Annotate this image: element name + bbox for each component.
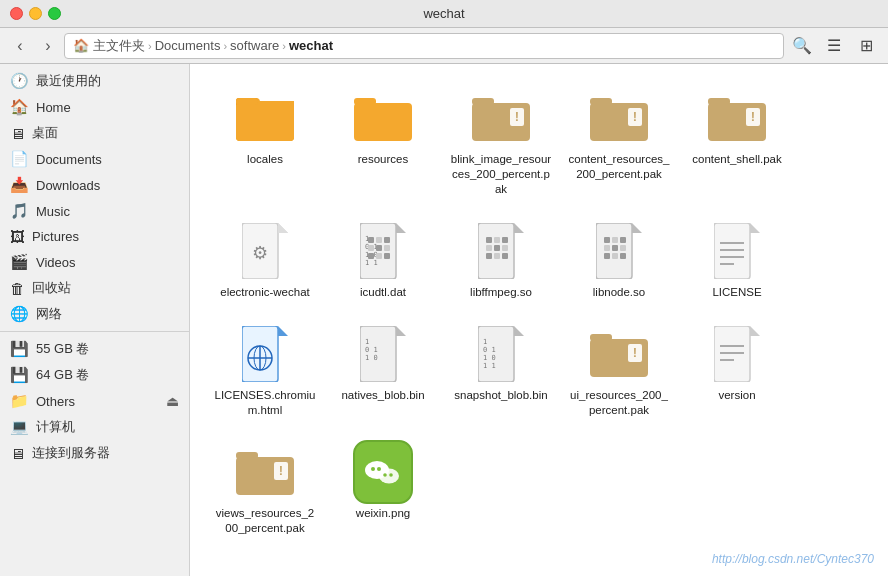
svg-rect-54: [612, 237, 618, 243]
sidebar-label-desktop: 桌面: [32, 124, 58, 142]
svg-rect-35: [376, 245, 382, 251]
breadcrumb-wechat[interactable]: wechat: [289, 38, 333, 53]
file-icon-icudtl: 1 0 1 1 0 1 1: [353, 221, 413, 281]
folder-icon-ui-resources: !: [589, 324, 649, 384]
svg-rect-50: [502, 253, 508, 259]
svg-text:!: !: [515, 109, 519, 124]
eject-button[interactable]: ⏏: [166, 393, 179, 409]
breadcrumb-software[interactable]: software: [230, 38, 279, 53]
file-item-content-resources[interactable]: ! content_resources_200_percent.pak: [564, 80, 674, 205]
file-item-snapshot-blob[interactable]: 1 0 1 1 0 1 1 snapshot_blob.bin: [446, 316, 556, 426]
sidebar-label-home: Home: [36, 100, 71, 115]
file-item-locales[interactable]: locales: [210, 80, 320, 205]
file-item-license[interactable]: LICENSE: [682, 213, 792, 308]
file-name-weixin: weixin.png: [356, 506, 410, 521]
toolbar: ‹ › 🏠 主文件夹 › Documents › software › wech…: [0, 28, 888, 64]
sidebar-item-others[interactable]: 📁 Others ⏏: [0, 388, 189, 414]
sidebar-item-videos[interactable]: 🎬 Videos: [0, 249, 189, 275]
svg-rect-55: [620, 237, 626, 243]
sidebar-label-computer: 计算机: [36, 418, 75, 436]
svg-rect-47: [502, 245, 508, 251]
maximize-button[interactable]: [48, 7, 61, 20]
sidebar-item-trash[interactable]: 🗑 回收站: [0, 275, 189, 301]
svg-rect-36: [384, 245, 390, 251]
sidebar-item-connect[interactable]: 🖥 连接到服务器: [0, 440, 189, 466]
others-icon: 📁: [10, 392, 29, 410]
search-button[interactable]: 🔍: [788, 32, 816, 60]
sidebar-item-network[interactable]: 🌐 网络: [0, 301, 189, 327]
file-item-libffmpeg[interactable]: libffmpeg.so: [446, 213, 556, 308]
sidebar-divider-1: [0, 331, 189, 332]
sidebar-label-vol55: 55 GB 卷: [36, 340, 89, 358]
file-item-ui-resources[interactable]: ! ui_resources_200_percent.pak: [564, 316, 674, 426]
svg-rect-39: [384, 253, 390, 259]
file-item-libnode[interactable]: libnode.so: [564, 213, 674, 308]
sidebar-label-trash: 回收站: [32, 279, 71, 297]
file-item-icudtl[interactable]: 1 0 1 1 0 1 1 icudt: [328, 213, 438, 308]
svg-rect-58: [620, 245, 626, 251]
svg-marker-69: [278, 326, 288, 336]
file-item-views-resources[interactable]: ! views_resources_200_percent.pak: [210, 434, 320, 544]
sidebar-item-home[interactable]: 🏠 Home: [0, 94, 189, 120]
sidebar-label-videos: Videos: [36, 255, 76, 270]
svg-point-100: [371, 467, 375, 471]
sidebar: 🕐 最近使用的 🏠 Home 🖥 桌面 📄 Documents 📥 Downlo…: [0, 64, 190, 576]
sidebar-label-others: Others: [36, 394, 75, 409]
list-view-button[interactable]: ☰: [820, 32, 848, 60]
svg-rect-31: [368, 237, 374, 243]
minimize-button[interactable]: [29, 7, 42, 20]
documents-icon: 📄: [10, 150, 29, 168]
sidebar-item-desktop[interactable]: 🖥 桌面: [0, 120, 189, 146]
sidebar-item-pictures[interactable]: 🖼 Pictures: [0, 224, 189, 249]
close-button[interactable]: [10, 7, 23, 20]
file-icon-licenses-chromium: [235, 324, 295, 384]
file-name-electronic-wechat: electronic-wechat: [220, 285, 309, 300]
svg-point-101: [377, 467, 381, 471]
network-icon: 🌐: [10, 305, 29, 323]
breadcrumb-home[interactable]: 主文件夹: [93, 37, 145, 55]
sidebar-item-documents[interactable]: 📄 Documents: [0, 146, 189, 172]
sidebar-item-computer[interactable]: 💻 计算机: [0, 414, 189, 440]
grid-view-button[interactable]: ⊞: [852, 32, 880, 60]
file-item-version[interactable]: version: [682, 316, 792, 426]
sidebar-item-vol55[interactable]: 💾 55 GB 卷: [0, 336, 189, 362]
svg-text:1: 1: [365, 338, 369, 346]
breadcrumb-documents[interactable]: Documents: [155, 38, 221, 53]
breadcrumb: 🏠 主文件夹 › Documents › software › wechat: [64, 33, 784, 59]
svg-rect-59: [604, 253, 610, 259]
file-item-electronic-wechat[interactable]: ⚙ electronic-wechat: [210, 213, 320, 308]
file-item-resources[interactable]: resources: [328, 80, 438, 205]
svg-text:0 1: 0 1: [365, 346, 378, 354]
file-name-content-resources: content_resources_200_percent.pak: [568, 152, 670, 182]
svg-rect-56: [604, 245, 610, 251]
svg-rect-45: [486, 245, 492, 251]
svg-text:0 1: 0 1: [483, 346, 496, 354]
folder-icon-locales: [235, 88, 295, 148]
sidebar-label-pictures: Pictures: [32, 229, 79, 244]
sidebar-label-recent: 最近使用的: [36, 72, 101, 90]
breadcrumb-sep-3: ›: [282, 40, 286, 52]
sidebar-item-downloads[interactable]: 📥 Downloads: [0, 172, 189, 198]
sidebar-item-music[interactable]: 🎵 Music: [0, 198, 189, 224]
file-icon-snapshot-blob: 1 0 1 1 0 1 1: [471, 324, 531, 384]
file-item-blink[interactable]: ! blink_image_resources_200_percent.pak: [446, 80, 556, 205]
sidebar-item-recent[interactable]: 🕐 最近使用的: [0, 68, 189, 94]
file-item-licenses-chromium[interactable]: LICENSES.chromium.html: [210, 316, 320, 426]
svg-rect-43: [494, 237, 500, 243]
forward-button[interactable]: ›: [36, 34, 60, 58]
svg-text:1: 1: [483, 338, 487, 346]
svg-marker-52: [632, 223, 642, 233]
file-grid: locales resources: [210, 80, 868, 544]
downloads-icon: 📥: [10, 176, 29, 194]
back-button[interactable]: ‹: [8, 34, 32, 58]
file-item-natives-blob[interactable]: 1 0 1 1 0 natives_blob.bin: [328, 316, 438, 426]
computer-icon: 💻: [10, 418, 29, 436]
file-icon-electronic-wechat: ⚙: [235, 221, 295, 281]
file-item-weixin[interactable]: weixin.png: [328, 434, 438, 544]
sidebar-label-network: 网络: [36, 305, 62, 323]
sidebar-item-vol64[interactable]: 💾 64 GB 卷: [0, 362, 189, 388]
folder-icon-blink: !: [471, 88, 531, 148]
svg-rect-34: [368, 245, 374, 251]
file-icon-weixin: [353, 442, 413, 502]
file-item-content-shell[interactable]: ! content_shell.pak: [682, 80, 792, 205]
